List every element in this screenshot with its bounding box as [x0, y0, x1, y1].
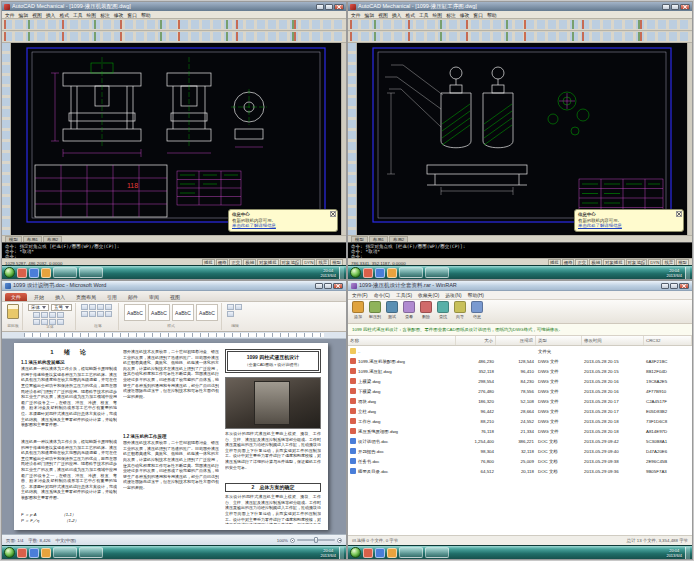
clock[interactable]: 20:042013/6/4: [666, 268, 682, 278]
toolbar-properties[interactable]: [2, 32, 346, 43]
zoom-out-button[interactable]: [290, 538, 295, 543]
zoom-level[interactable]: 100%: [277, 538, 288, 543]
find-icon[interactable]: [227, 304, 234, 310]
column-header[interactable]: 压缩后: [496, 336, 536, 345]
ruler[interactable]: [2, 332, 346, 339]
strikethrough-icon[interactable]: [57, 312, 64, 318]
menu-item[interactable]: 标注: [100, 12, 110, 18]
minimize-button[interactable]: [662, 4, 670, 10]
taskbar-word-icon[interactable]: [375, 268, 385, 278]
notification-balloon[interactable]: 信息中心 有新的联机内容可用。 单击此处了解详细信息: [574, 209, 684, 232]
menu-item[interactable]: 修改: [114, 12, 124, 18]
zoom-slider[interactable]: [297, 539, 335, 541]
titlebar[interactable]: AutoCAD Mechanical - [1099-液压缸工序图.dwg]: [348, 2, 692, 11]
file-row[interactable]: 1099-液压机装配图.dwg 486,230 128,544 DWG 文件 2…: [348, 356, 692, 366]
file-row[interactable]: 滑块.dwg 186,320 52,108 DWG 文件 2013-05-28 …: [348, 396, 692, 406]
layout-tab[interactable]: 布局2: [43, 236, 62, 242]
draw-toolbar[interactable]: [2, 43, 11, 235]
toolbar-button[interactable]: 向导: [454, 301, 466, 322]
menu-item[interactable]: 插入: [46, 12, 56, 18]
replace-icon[interactable]: [235, 304, 242, 310]
taskbar-autocad-icon[interactable]: [363, 268, 373, 278]
file-row[interactable]: 立柱.dwg 96,442 28,664 DWG 文件 2013-05-28 2…: [348, 406, 692, 416]
start-button[interactable]: [4, 267, 15, 278]
layout-tab[interactable]: 模型: [5, 236, 22, 242]
align-left-icon[interactable]: [81, 311, 88, 317]
toolbar-button[interactable]: 测试: [386, 301, 398, 322]
maximize-button[interactable]: [325, 4, 333, 10]
menu-item[interactable]: 帮助(H): [468, 292, 484, 298]
file-row[interactable]: 下横梁.dwg 276,480 78,556 DWG 文件 2013-05-28…: [348, 386, 692, 396]
ribbon-tab[interactable]: 页面布局: [72, 293, 100, 301]
taskbar-autocad-icon[interactable]: [17, 268, 27, 278]
system-tray[interactable]: 20:042013/6/4: [666, 547, 690, 559]
show-desktop-button[interactable]: [339, 547, 344, 559]
layout-tab[interactable]: 布局1: [369, 236, 388, 242]
underline-icon[interactable]: [49, 312, 56, 318]
ribbon-tab[interactable]: 插入: [51, 293, 69, 301]
taskbar-autocad-icon[interactable]: [363, 548, 373, 558]
taskbar-window-button[interactable]: [79, 547, 103, 558]
balloon-link[interactable]: 单击此处了解详细信息: [232, 223, 329, 229]
menu-item[interactable]: 标注: [446, 12, 456, 18]
maximize-button[interactable]: [324, 283, 332, 289]
file-row[interactable]: 摘要及目录.doc 64,512 20,118 DOC 文档 2013-05-2…: [348, 466, 692, 476]
clock[interactable]: 20:042013/6/4: [320, 268, 336, 278]
taskbar-explorer-icon[interactable]: [41, 548, 51, 558]
document-area[interactable]: 1 绪 论 1.1 液压机的发展概况 液压机是一种以液体为工作介质，根据帕斯卡原…: [2, 339, 346, 534]
vertical-scrollbar[interactable]: [341, 43, 346, 235]
taskbar-word-icon[interactable]: [29, 268, 39, 278]
show-desktop-button[interactable]: [685, 267, 690, 279]
vertical-scrollbar[interactable]: [687, 43, 692, 235]
style-item[interactable]: AaBbC: [124, 304, 146, 321]
maximize-button[interactable]: [671, 4, 679, 10]
menu-item[interactable]: 窗口: [127, 12, 137, 18]
menu-item[interactable]: 文件: [351, 12, 361, 18]
menu-item[interactable]: 修改: [460, 12, 470, 18]
document-page[interactable]: 1 绪 论 1.1 液压机的发展概况 液压机是一种以液体为工作介质，根据帕斯卡原…: [14, 343, 328, 530]
bold-icon[interactable]: [33, 312, 40, 318]
file-row[interactable]: .. 文件夹: [348, 346, 692, 356]
column-header[interactable]: 修改时间: [582, 336, 644, 345]
taskbar-autocad-icon[interactable]: [17, 548, 27, 558]
outdent-icon[interactable]: [105, 304, 112, 310]
file-row[interactable]: 设计说明书.doc 1,254,400 386,221 DOC 文档 2013-…: [348, 436, 692, 446]
zoom-in-button[interactable]: [337, 538, 342, 543]
taskbar[interactable]: 20:042013/6/4: [2, 545, 346, 559]
close-icon[interactable]: [330, 211, 336, 217]
toolbar-button[interactable]: 添加: [352, 301, 364, 322]
taskbar-window-button[interactable]: [425, 547, 449, 558]
taskbar-window-button[interactable]: [425, 267, 449, 278]
style-item[interactable]: AaBbC: [148, 304, 170, 321]
subscript-icon[interactable]: [33, 319, 40, 325]
toolbar-standard[interactable]: [348, 20, 692, 31]
toolbar-button[interactable]: 删除: [420, 301, 432, 322]
taskbar-explorer-icon[interactable]: [41, 268, 51, 278]
zoom-slider-thumb[interactable]: [314, 537, 318, 543]
start-button[interactable]: [350, 547, 361, 558]
menu-item[interactable]: 工具: [73, 12, 83, 18]
ribbon-tab[interactable]: 邮件: [124, 293, 142, 301]
column-header[interactable]: CRC32: [644, 336, 692, 345]
toolbar-button[interactable]: 查看: [403, 301, 415, 322]
system-tray[interactable]: 20:042013/6/4: [320, 547, 344, 559]
menu-item[interactable]: 窗口: [473, 12, 483, 18]
taskbar[interactable]: 20:042013/6/4: [2, 265, 346, 279]
numbering-icon[interactable]: [89, 304, 96, 310]
taskbar[interactable]: 20:042013/6/4: [348, 545, 692, 559]
drawing-canvas[interactable]: 118 信息中心 有新的联机内容可用。 单击此处了解详细信息: [11, 43, 341, 235]
clock[interactable]: 20:042013/6/4: [320, 548, 336, 558]
drawing-canvas[interactable]: 信息中心 有新的联机内容可用。 单击此处了解详细信息: [357, 43, 687, 235]
minimize-button[interactable]: [661, 283, 669, 289]
start-button[interactable]: [4, 547, 15, 558]
clock[interactable]: 20:042013/6/4: [666, 548, 682, 558]
close-button[interactable]: [680, 4, 690, 10]
draw-toolbar[interactable]: [348, 43, 357, 235]
minimize-button[interactable]: [315, 283, 323, 289]
taskbar-window-button[interactable]: [79, 267, 103, 278]
ribbon-tab[interactable]: 视图: [166, 293, 184, 301]
notification-balloon[interactable]: 信息中心 有新的联机内容可用。 单击此处了解详细信息: [228, 209, 338, 232]
taskbar-window-button[interactable]: [53, 267, 77, 278]
close-icon[interactable]: [676, 211, 682, 217]
taskbar-explorer-icon[interactable]: [387, 548, 397, 558]
